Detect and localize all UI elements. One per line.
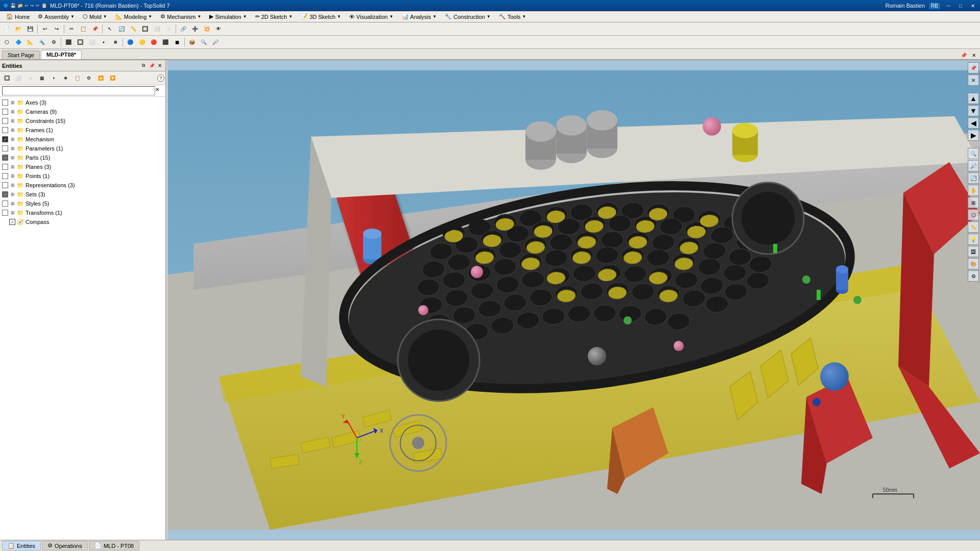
entities-help-button[interactable]: ? (157, 74, 164, 82)
mechanism-expand[interactable]: ⊞ (10, 136, 16, 142)
menu-3dsketch[interactable]: 📝 3D Sketch ▼ (297, 11, 345, 22)
cameras-checkbox[interactable] (2, 109, 8, 115)
points-expand[interactable]: ⊞ (10, 173, 16, 179)
planes-expand[interactable]: ⊞ (10, 164, 16, 170)
styles-expand[interactable]: ⊞ (10, 201, 16, 207)
axes-expand[interactable]: ⊞ (10, 99, 16, 106)
bottom-tab-mld-pt08[interactable]: 📄 MLD - PT08 (89, 541, 139, 550)
sets-expand[interactable]: ⊞ (10, 191, 16, 197)
tb-save[interactable]: 💾 (24, 23, 36, 35)
tb-open[interactable]: 📂 (13, 23, 24, 35)
vp-render[interactable]: 🖼 (968, 246, 979, 257)
constraints-checkbox[interactable] (2, 118, 8, 124)
toolbar-icon-2[interactable]: 📁 (17, 3, 23, 8)
parts-checkbox[interactable]: − (2, 155, 8, 161)
nav-up-button[interactable]: ▲ (968, 93, 979, 104)
tree-item-transforms[interactable]: ⊞ 📁 Transforms (1) (0, 208, 165, 217)
bottom-tab-entities[interactable]: 📋 Entities (2, 541, 41, 550)
close-button[interactable]: ✕ (969, 2, 977, 9)
toolbar-icon-3[interactable]: ↩ (24, 3, 29, 8)
tb-redo[interactable]: ↪ (51, 23, 62, 35)
parameters-expand[interactable]: ⊞ (10, 145, 16, 152)
tree-item-representations[interactable]: ⊞ 📁 Representations (3) (0, 181, 165, 190)
tb2-4[interactable]: 🔩 (36, 37, 47, 48)
tb2-6[interactable]: ⬛ (63, 37, 74, 48)
tb-hide[interactable]: 👁 (213, 23, 224, 35)
transforms-checkbox[interactable] (2, 210, 8, 216)
cameras-expand[interactable]: ⊞ (10, 109, 16, 115)
vp-close-button[interactable]: ✕ (968, 74, 979, 86)
et-btn-2[interactable]: ⬜ (13, 72, 24, 84)
et-btn-1[interactable]: 🔲 (1, 72, 12, 84)
bottom-tab-operations[interactable]: ⚙ Operations (42, 541, 88, 550)
nav-down-button[interactable]: ▼ (968, 105, 979, 116)
tb-paste[interactable]: 📌 (89, 23, 101, 35)
nav-left-button[interactable]: ◀ (968, 117, 979, 129)
tabs-pin-button[interactable]: 📌 (960, 51, 968, 59)
styles-checkbox[interactable] (2, 201, 8, 207)
vp-zoom-out[interactable]: 🔎 (968, 160, 979, 171)
representations-checkbox[interactable] (2, 182, 8, 188)
tb2-13[interactable]: 🔴 (148, 37, 159, 48)
tb-rotate[interactable]: 🔄 (116, 23, 127, 35)
tb2-2[interactable]: 🔷 (13, 37, 24, 48)
et-btn-4[interactable]: ▦ (36, 72, 47, 84)
et-btn-9[interactable]: 🔼 (95, 72, 106, 84)
tb-copy[interactable]: 📋 (78, 23, 89, 35)
tree-item-styles[interactable]: ⊞ 📁 Styles (5) (0, 199, 165, 208)
menu-tools[interactable]: 🔨 Tools ▼ (495, 11, 530, 22)
tab-start-page[interactable]: Start Page (2, 51, 40, 59)
minimize-button[interactable]: ─ (944, 2, 952, 9)
tb-undo[interactable]: ↩ (39, 23, 51, 35)
menu-construction[interactable]: 🔧 Construction ▼ (440, 11, 495, 22)
entities-search-input[interactable] (2, 86, 155, 95)
menu-mechanism[interactable]: ⚙ Mechanism ▼ (156, 11, 205, 22)
tree-item-compass[interactable]: ✓ 🧭 Compass (0, 217, 165, 227)
toolbar-icon-4[interactable]: ↪ (30, 3, 34, 8)
tb2-9[interactable]: ▪ (98, 37, 109, 48)
tb-view3[interactable]: ◽ (163, 23, 174, 35)
tree-item-cameras[interactable]: ⊞ 📁 Cameras (9) (0, 107, 165, 116)
et-btn-10[interactable]: 🔽 (107, 72, 118, 84)
tree-item-frames[interactable]: ⊞ 📁 Frames (1) (0, 126, 165, 135)
menu-mold[interactable]: ⬡ Mold ▼ (79, 11, 111, 22)
menu-modeling[interactable]: 📐 Modeling ▼ (111, 11, 157, 22)
sets-checkbox[interactable]: − (2, 191, 8, 197)
vp-color[interactable]: 🎨 (968, 258, 979, 269)
compass-checkbox[interactable]: ✓ (9, 219, 15, 225)
vp-pin-button[interactable]: 📌 (968, 62, 979, 73)
parts-expand[interactable]: ⊞ (10, 155, 16, 161)
tb2-14[interactable]: ⬛ (160, 37, 171, 48)
menu-visualization[interactable]: 👁 Visualization ▼ (345, 11, 397, 22)
tb2-12[interactable]: 🟡 (136, 37, 148, 48)
entities-pin-button[interactable]: 📌 (148, 62, 155, 69)
tb-explode[interactable]: 💥 (201, 23, 212, 35)
tb2-5[interactable]: ⚙ (48, 37, 59, 48)
tb-constraint[interactable]: 🔗 (178, 23, 189, 35)
entities-float-button[interactable]: ⧉ (140, 62, 147, 69)
3d-viewport[interactable]: X Y Z 50mm 📌 ✕ ▲ ▼ ◀ ▶ (168, 60, 980, 540)
menu-analysis[interactable]: 📊 Analysis ▼ (398, 11, 441, 22)
menu-simulation[interactable]: ▶ Simulation ▼ (205, 11, 251, 22)
tree-item-mechanism[interactable]: ✓ ⊞ 📁 Mechanism (0, 135, 165, 144)
planes-checkbox[interactable] (2, 164, 8, 170)
toolbar-icon-1[interactable]: 💾 (10, 3, 16, 8)
tree-item-constraints[interactable]: ⊞ 📁 Constraints (15) (0, 116, 165, 126)
vp-measure-tool[interactable]: 📏 (968, 221, 979, 233)
tb2-8[interactable]: ⬜ (86, 37, 97, 48)
search-clear-button[interactable]: ✕ (155, 87, 163, 95)
tabs-close-button[interactable]: ✕ (970, 51, 978, 59)
vp-fit[interactable]: ⊞ (968, 197, 979, 208)
vp-section[interactable]: ⬡ (968, 209, 979, 220)
tb2-15[interactable]: ◼ (172, 37, 183, 48)
et-btn-8[interactable]: ⚙ (83, 72, 94, 84)
vp-rotate[interactable]: 🔄 (968, 172, 979, 184)
tb-insert[interactable]: ➕ (189, 23, 201, 35)
toolbar-icon-5[interactable]: ✂ (36, 3, 40, 8)
tab-mld-pt08[interactable]: MLD-PT08* (41, 50, 82, 59)
tb-select[interactable]: ↖ (104, 23, 115, 35)
entities-close-button[interactable]: ✕ (156, 62, 163, 69)
toolbar-icon-6[interactable]: 📋 (41, 3, 47, 8)
tb-new[interactable]: 📄 (1, 23, 12, 35)
mechanism-checkbox[interactable]: ✓ (2, 136, 8, 142)
